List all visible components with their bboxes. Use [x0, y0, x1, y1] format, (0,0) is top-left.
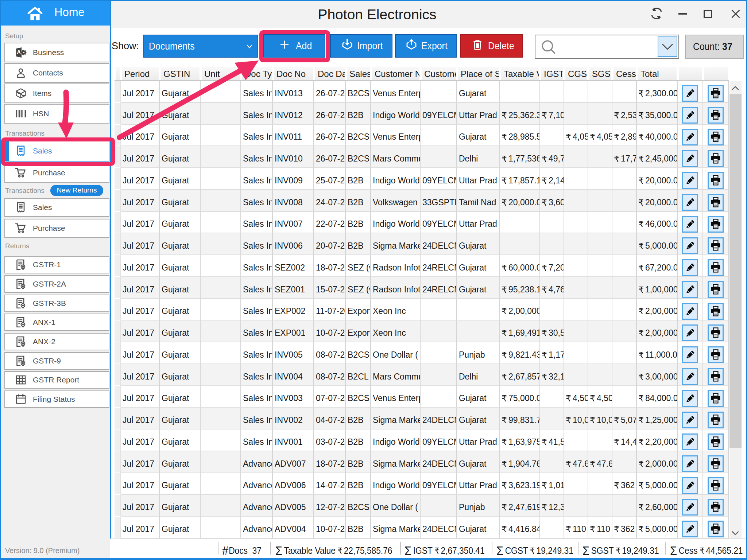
- svg-text:A: A: [17, 49, 21, 55]
